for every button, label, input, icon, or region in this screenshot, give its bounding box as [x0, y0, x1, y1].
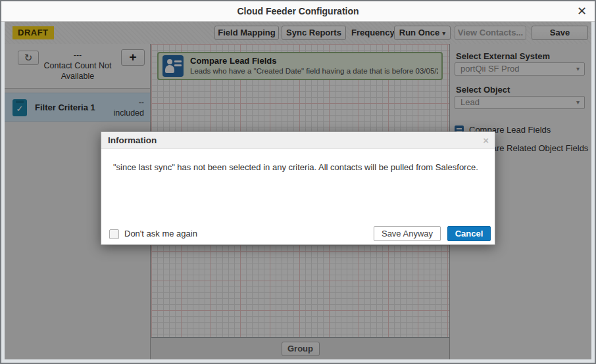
- cloud-feeder-configuration-window: Cloud Feeder Configuration ✕ DRAFT Field…: [0, 0, 596, 364]
- dialog-close-icon[interactable]: ×: [483, 135, 489, 146]
- information-dialog: Information × "since last sync" has not …: [101, 131, 495, 245]
- dialog-footer: Don't ask me again Save Anyway Cancel: [101, 221, 495, 244]
- window-title: Cloud Feeder Configuration: [1, 1, 595, 22]
- dont-ask-again-label: Don't ask me again: [124, 229, 197, 239]
- dont-ask-again-checkbox[interactable]: [109, 229, 119, 239]
- dialog-header: Information ×: [101, 132, 495, 149]
- window-close-icon[interactable]: ✕: [577, 5, 587, 18]
- dialog-message: "since last sync" has not been selected …: [113, 162, 483, 172]
- title-bar: Cloud Feeder Configuration ✕: [1, 1, 595, 22]
- dialog-title: Information: [108, 132, 157, 149]
- cancel-button[interactable]: Cancel: [447, 226, 491, 241]
- save-anyway-button[interactable]: Save Anyway: [374, 226, 441, 241]
